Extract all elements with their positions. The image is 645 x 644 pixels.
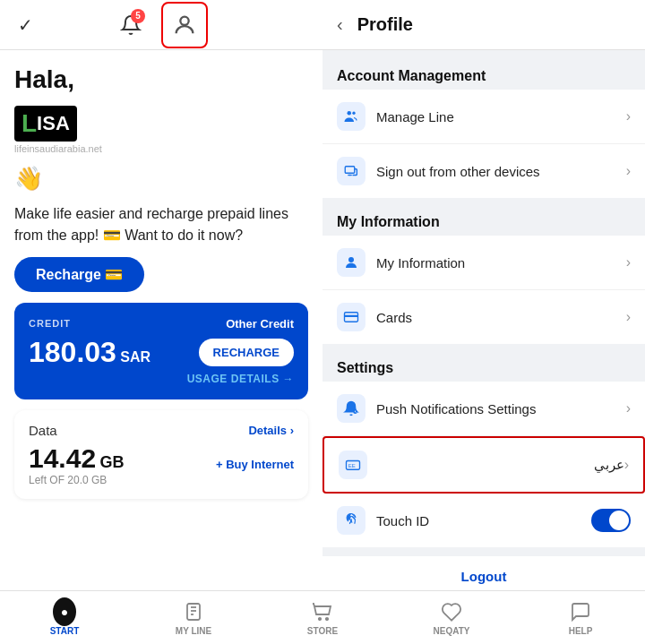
credit-card: CREDIT Other Credit 180.03 SAR RECHARGE … — [14, 303, 308, 399]
push-notifications-icon — [337, 394, 366, 423]
details-link[interactable]: Details › — [248, 424, 294, 437]
touch-id-toggle[interactable] — [591, 509, 631, 532]
settings-section-title: Settings — [322, 353, 645, 382]
my-information-chevron: › — [626, 254, 631, 270]
user-icon — [172, 13, 197, 38]
sign-out-devices-item[interactable]: Sign out from other devices › — [322, 144, 645, 198]
store-icon — [311, 600, 334, 623]
card-icon — [343, 309, 359, 325]
sign-out-icon — [337, 157, 366, 185]
my-line-icon — [182, 600, 205, 623]
svg-rect-7 — [345, 315, 358, 317]
nav-neqaty-label: NEQATY — [434, 626, 470, 636]
data-sub: Left OF 20.0 GB — [29, 474, 125, 486]
touch-id-icon — [337, 506, 366, 535]
main-content: Hala, L ISA lifeinsaudiarabia.net 👋 Make… — [0, 50, 645, 590]
bottom-nav: ● START MY LINE STORE — [0, 590, 645, 644]
svg-text:EE: EE — [348, 463, 356, 468]
promo-text: Make life easier and recharge prepaid li… — [14, 203, 308, 246]
right-panel: Account Management Manage Line › — [322, 50, 645, 590]
manage-line-icon — [337, 102, 366, 131]
person-icon — [343, 254, 359, 270]
top-bar: ✓ 5 ‹ Profile — [0, 0, 645, 50]
section-gap-1 — [322, 200, 645, 207]
svg-point-4 — [349, 175, 351, 176]
recharge-white-button[interactable]: RECHARGE — [199, 339, 294, 366]
credit-currency: SAR — [120, 349, 150, 365]
svg-point-5 — [348, 257, 354, 262]
recharge-button[interactable]: Recharge 💳 — [14, 257, 144, 292]
touch-id-item[interactable]: Touch ID — [322, 494, 645, 547]
nav-help-label: HELP — [569, 626, 593, 636]
manage-line-item[interactable]: Manage Line › — [322, 90, 645, 144]
svg-rect-11 — [187, 604, 200, 620]
other-credit-label[interactable]: Other Credit — [226, 317, 294, 331]
fingerprint-icon — [343, 512, 359, 528]
globe-icon: EE — [345, 457, 361, 473]
checkmark-icon: ✓ — [18, 14, 33, 36]
cards-chevron: › — [626, 309, 631, 325]
info-section-title: My Information — [322, 207, 645, 236]
neqaty-icon — [440, 600, 463, 623]
svg-point-2 — [352, 112, 355, 115]
my-information-label: My Information — [376, 255, 626, 270]
notification-button[interactable]: 5 — [115, 9, 147, 41]
push-notifications-chevron: › — [626, 400, 631, 416]
account-menu-card: Manage Line › Sign out from other device… — [322, 90, 645, 198]
section-gap-3 — [322, 549, 645, 556]
manage-line-chevron: › — [626, 108, 631, 125]
logo-subtitle: lifeinsaudiarabia.net — [14, 143, 308, 154]
my-information-item[interactable]: My Information › — [322, 236, 645, 290]
buy-internet-link[interactable]: + Buy Internet — [216, 458, 294, 471]
data-card: Data Details › 14.42 GB Left OF 20.0 GB … — [14, 410, 308, 499]
settings-menu-card: Push Notifications Settings › EE عربي › — [322, 382, 645, 547]
nav-help[interactable]: HELP — [516, 600, 645, 636]
my-information-icon — [337, 248, 366, 277]
devices-icon — [343, 163, 359, 179]
bell-settings-icon — [343, 400, 359, 416]
svg-rect-3 — [345, 167, 355, 174]
greeting-text: Hala, — [14, 64, 308, 95]
data-unit: GB — [100, 453, 125, 471]
nav-store[interactable]: STORE — [258, 600, 387, 636]
info-menu-card: My Information › Cards › — [322, 236, 645, 344]
users-icon — [343, 108, 359, 125]
section-gap-2 — [322, 346, 645, 353]
svg-point-1 — [348, 111, 352, 116]
language-item[interactable]: EE عربي › — [322, 436, 645, 494]
sign-out-devices-label: Sign out from other devices — [376, 164, 626, 179]
nav-start[interactable]: ● START — [0, 600, 129, 636]
logo-l: L — [22, 109, 37, 138]
top-bar-right: ‹ Profile — [322, 14, 645, 35]
cards-icon — [337, 303, 366, 331]
language-chevron: › — [624, 457, 629, 473]
manage-line-label: Manage Line — [376, 109, 626, 125]
credit-label: CREDIT — [29, 318, 71, 329]
left-panel: Hala, L ISA lifeinsaudiarabia.net 👋 Make… — [0, 50, 322, 590]
touch-id-label: Touch ID — [376, 513, 591, 528]
logo-container: L ISA lifeinsaudiarabia.net — [14, 106, 308, 154]
nav-start-label: START — [50, 626, 80, 636]
nav-my-line[interactable]: MY LINE — [129, 600, 258, 636]
nav-store-label: STORE — [307, 626, 338, 636]
data-amount: 14.42 — [29, 443, 96, 473]
svg-point-0 — [180, 16, 188, 24]
push-notifications-item[interactable]: Push Notifications Settings › — [322, 382, 645, 436]
cards-label: Cards — [376, 310, 626, 325]
nav-neqaty[interactable]: NEQATY — [387, 600, 516, 636]
credit-amount: 180.03 — [29, 336, 116, 368]
profile-avatar-button[interactable] — [161, 2, 208, 48]
wave-emoji: 👋 — [14, 165, 308, 193]
usage-details-link[interactable]: USAGE DETAILS → — [29, 373, 294, 385]
language-icon: EE — [339, 451, 367, 479]
language-label: عربي — [378, 457, 624, 473]
data-label: Data — [29, 423, 57, 438]
cards-item[interactable]: Cards › — [322, 290, 645, 344]
svg-point-16 — [326, 617, 328, 619]
page-title: Profile — [357, 14, 413, 35]
logo-rest: ISA — [37, 112, 70, 135]
top-bar-left: ✓ 5 — [0, 2, 322, 48]
back-button[interactable]: ‹ — [337, 14, 343, 35]
nav-my-line-label: MY LINE — [176, 626, 211, 636]
logout-button[interactable]: Logout — [322, 556, 645, 590]
